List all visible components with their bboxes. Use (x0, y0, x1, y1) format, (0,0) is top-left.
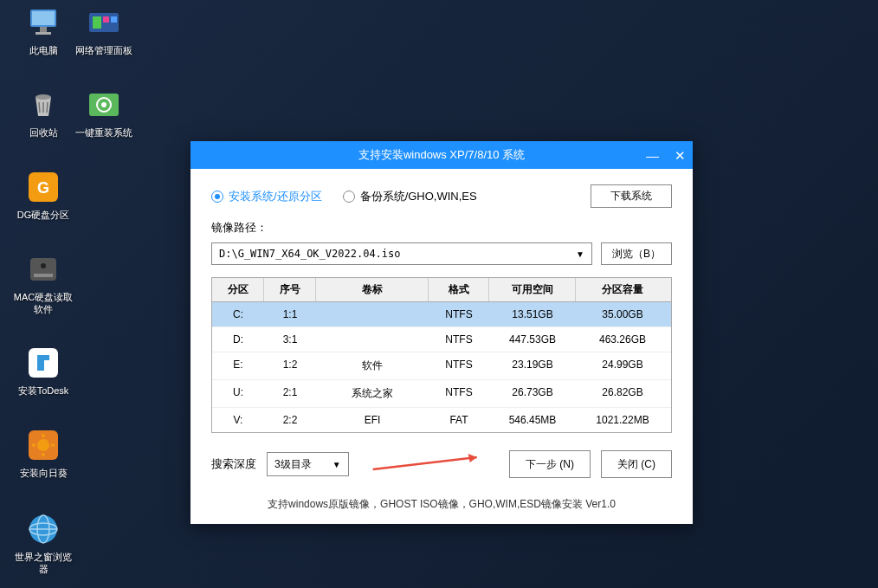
titlebar[interactable]: 支持安装windows XP/7/8/10 系统 — ✕ (190, 141, 693, 169)
radio-install-restore[interactable]: 安装系统/还原分区 (211, 189, 322, 204)
desktop-icon-browser[interactable]: 世界之窗浏览器 (13, 511, 74, 576)
svg-point-11 (101, 102, 107, 107)
close-button[interactable]: 关闭 (C) (601, 450, 672, 478)
svg-rect-1 (32, 11, 55, 25)
desktop-icon-sunflower[interactable]: 安装向日葵 (13, 427, 74, 479)
svg-rect-16 (34, 274, 53, 277)
recycle-bin-icon (25, 87, 61, 123)
browser-icon (25, 511, 61, 547)
arrow-annotation (359, 452, 499, 476)
sunflower-icon (25, 427, 61, 463)
table-row[interactable]: E: 1:2 软件 NTFS 23.19GB 24.99GB (212, 352, 671, 380)
reinstall-icon (86, 87, 122, 123)
chevron-down-icon[interactable]: ▼ (576, 249, 584, 259)
next-button[interactable]: 下一步 (N) (509, 450, 591, 478)
svg-point-15 (41, 263, 46, 268)
svg-point-19 (37, 439, 49, 451)
install-dialog: 支持安装windows XP/7/8/10 系统 — ✕ 安装系统/还原分区 备… (190, 141, 693, 524)
image-path-input[interactable]: D:\G_WIN7_X64_OK_V2022.04.iso ▼ (211, 242, 592, 265)
download-button[interactable]: 下载系统 (591, 184, 672, 208)
svg-line-28 (372, 457, 476, 469)
close-icon[interactable]: ✕ (675, 149, 686, 162)
footer-text: 支持windows原版镜像，GHOST ISO镜像，GHO,WIM,ESD镜像安… (190, 488, 693, 524)
svg-rect-7 (111, 16, 117, 23)
desktop-icon-recycle-bin[interactable]: 回收站 (13, 87, 74, 139)
radio-icon (211, 191, 223, 203)
desktop-icon-this-pc[interactable]: 此电脑 (13, 4, 74, 56)
table-row[interactable]: C: 1:1 NTFS 13.51GB 35.00GB (212, 302, 671, 327)
table-header: 分区 序号 卷标 格式 可用空间 分区容量 (212, 278, 671, 302)
desktop-icon-mac-disk[interactable]: MAC硬盘读取软件 (13, 251, 74, 316)
svg-marker-29 (468, 454, 476, 462)
svg-text:G: G (37, 179, 49, 197)
svg-rect-6 (103, 16, 109, 23)
computer-icon (25, 4, 61, 41)
svg-point-8 (36, 94, 51, 100)
chevron-down-icon: ▼ (332, 460, 341, 469)
browse-button[interactable]: 浏览（B） (601, 242, 672, 265)
table-row[interactable]: D: 3:1 NTFS 447.53GB 463.26GB (212, 327, 671, 352)
path-label: 镜像路径： (211, 220, 672, 236)
desktop-icon-dg[interactable]: G DG硬盘分区 (13, 169, 74, 221)
desktop-icon-network-panel[interactable]: 网络管理面板 (74, 4, 134, 56)
svg-rect-5 (93, 16, 101, 29)
minimize-icon[interactable]: — (646, 149, 659, 162)
table-row[interactable]: U: 2:1 系统之家 NTFS 26.73GB 26.82GB (212, 380, 671, 408)
search-depth-label: 搜索深度 (211, 456, 256, 472)
search-depth-select[interactable]: 3级目录 ▼ (267, 452, 349, 476)
dialog-title: 支持安装windows XP/7/8/10 系统 (358, 147, 525, 163)
dg-icon: G (25, 169, 61, 205)
radio-icon (343, 191, 355, 203)
desktop-icon-todesk[interactable]: 安装ToDesk (13, 345, 74, 397)
svg-rect-3 (36, 32, 51, 35)
svg-rect-14 (30, 258, 56, 281)
mac-disk-icon (25, 251, 61, 288)
table-row[interactable]: V: 2:2 EFI FAT 546.45MB 1021.22MB (212, 408, 671, 432)
desktop-icon-reinstall[interactable]: 一键重装系统 (74, 87, 134, 139)
partition-table: 分区 序号 卷标 格式 可用空间 分区容量 C: 1:1 NTFS 13.51G… (211, 277, 672, 433)
network-panel-icon (86, 4, 122, 41)
svg-rect-2 (40, 27, 47, 32)
todesk-icon (25, 345, 61, 381)
radio-backup[interactable]: 备份系统/GHO,WIN,ES (343, 189, 477, 204)
